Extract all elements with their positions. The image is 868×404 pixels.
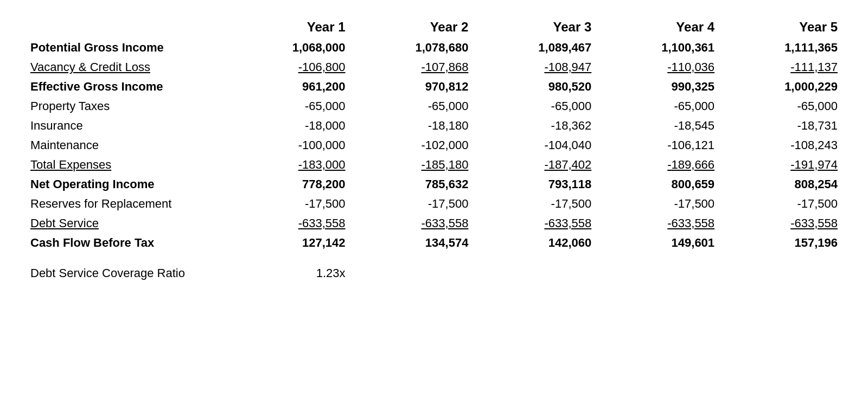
value-net-operating-income-year3: 793,118: [477, 175, 600, 194]
dscr-empty-1: [477, 264, 600, 283]
value-potential-gross-income-year4: 1,100,361: [600, 38, 723, 57]
value-vacancy-credit-loss-year1: -106,800: [231, 57, 354, 77]
value-net-operating-income-year2: 785,632: [354, 175, 477, 194]
spacer-row: [22, 253, 846, 264]
value-total-expenses-year1: -183,000: [231, 155, 354, 175]
value-cash-flow-before-tax-year3: 142,060: [477, 233, 600, 253]
value-potential-gross-income-year2: 1,078,680: [354, 38, 477, 57]
value-total-expenses-year5: -191,974: [723, 155, 846, 175]
value-vacancy-credit-loss-year4: -110,036: [600, 57, 723, 77]
dscr-row: Debt Service Coverage Ratio1.23x: [22, 264, 846, 283]
label-property-taxes: Property Taxes: [22, 97, 231, 116]
value-insurance-year4: -18,545: [600, 116, 723, 136]
header-row: Year 1 Year 2 Year 3 Year 4 Year 5: [22, 16, 846, 38]
value-cash-flow-before-tax-year5: 157,196: [723, 233, 846, 253]
label-effective-gross-income: Effective Gross Income: [22, 77, 231, 97]
value-maintenance-year5: -108,243: [723, 136, 846, 155]
value-reserves-for-replacement-year4: -17,500: [600, 194, 723, 214]
value-reserves-for-replacement-year3: -17,500: [477, 194, 600, 214]
label-total-expenses: Total Expenses: [22, 155, 231, 175]
value-debt-service-year5: -633,558: [723, 214, 846, 233]
value-debt-service-year2: -633,558: [354, 214, 477, 233]
value-potential-gross-income-year5: 1,111,365: [723, 38, 846, 57]
value-cash-flow-before-tax-year1: 127,142: [231, 233, 354, 253]
value-cash-flow-before-tax-year4: 149,601: [600, 233, 723, 253]
dscr-empty-2: [600, 264, 723, 283]
value-maintenance-year3: -104,040: [477, 136, 600, 155]
value-reserves-for-replacement-year2: -17,500: [354, 194, 477, 214]
value-vacancy-credit-loss-year5: -111,137: [723, 57, 846, 77]
value-effective-gross-income-year4: 990,325: [600, 77, 723, 97]
value-maintenance-year1: -100,000: [231, 136, 354, 155]
row-potential-gross-income: Potential Gross Income1,068,0001,078,680…: [22, 38, 846, 57]
value-reserves-for-replacement-year5: -17,500: [723, 194, 846, 214]
label-net-operating-income: Net Operating Income: [22, 175, 231, 194]
value-property-taxes-year5: -65,000: [723, 97, 846, 116]
label-reserves-for-replacement: Reserves for Replacement: [22, 194, 231, 214]
value-effective-gross-income-year1: 961,200: [231, 77, 354, 97]
row-vacancy-credit-loss: Vacancy & Credit Loss-106,800-107,868-10…: [22, 57, 846, 77]
value-maintenance-year4: -106,121: [600, 136, 723, 155]
value-maintenance-year2: -102,000: [354, 136, 477, 155]
value-total-expenses-year2: -185,180: [354, 155, 477, 175]
value-insurance-year2: -18,180: [354, 116, 477, 136]
row-reserves-for-replacement: Reserves for Replacement-17,500-17,500-1…: [22, 194, 846, 214]
header-year4: Year 4: [600, 16, 723, 38]
value-net-operating-income-year4: 800,659: [600, 175, 723, 194]
header-year2: Year 2: [354, 16, 477, 38]
value-cash-flow-before-tax-year2: 134,574: [354, 233, 477, 253]
value-net-operating-income-year5: 808,254: [723, 175, 846, 194]
dscr-empty-0: [354, 264, 477, 283]
value-debt-service-year3: -633,558: [477, 214, 600, 233]
value-net-operating-income-year1: 778,200: [231, 175, 354, 194]
label-maintenance: Maintenance: [22, 136, 231, 155]
dscr-value: 1.23x: [231, 264, 354, 283]
row-property-taxes: Property Taxes-65,000-65,000-65,000-65,0…: [22, 97, 846, 116]
value-property-taxes-year3: -65,000: [477, 97, 600, 116]
value-insurance-year5: -18,731: [723, 116, 846, 136]
row-net-operating-income: Net Operating Income778,200785,632793,11…: [22, 175, 846, 194]
label-potential-gross-income: Potential Gross Income: [22, 38, 231, 57]
header-label-col: [22, 16, 231, 38]
financial-table: Year 1 Year 2 Year 3 Year 4 Year 5 Poten…: [22, 16, 846, 283]
label-insurance: Insurance: [22, 116, 231, 136]
value-debt-service-year1: -633,558: [231, 214, 354, 233]
value-debt-service-year4: -633,558: [600, 214, 723, 233]
label-cash-flow-before-tax: Cash Flow Before Tax: [22, 233, 231, 253]
header-year5: Year 5: [723, 16, 846, 38]
dscr-label: Debt Service Coverage Ratio: [22, 264, 231, 283]
value-insurance-year1: -18,000: [231, 116, 354, 136]
row-total-expenses: Total Expenses-183,000-185,180-187,402-1…: [22, 155, 846, 175]
value-potential-gross-income-year1: 1,068,000: [231, 38, 354, 57]
value-potential-gross-income-year3: 1,089,467: [477, 38, 600, 57]
row-effective-gross-income: Effective Gross Income961,200970,812980,…: [22, 77, 846, 97]
value-total-expenses-year4: -189,666: [600, 155, 723, 175]
label-debt-service: Debt Service: [22, 214, 231, 233]
header-year3: Year 3: [477, 16, 600, 38]
value-effective-gross-income-year5: 1,000,229: [723, 77, 846, 97]
value-property-taxes-year4: -65,000: [600, 97, 723, 116]
label-vacancy-credit-loss: Vacancy & Credit Loss: [22, 57, 231, 77]
header-year1: Year 1: [231, 16, 354, 38]
value-effective-gross-income-year2: 970,812: [354, 77, 477, 97]
value-property-taxes-year1: -65,000: [231, 97, 354, 116]
row-maintenance: Maintenance-100,000-102,000-104,040-106,…: [22, 136, 846, 155]
row-debt-service: Debt Service-633,558-633,558-633,558-633…: [22, 214, 846, 233]
value-vacancy-credit-loss-year3: -108,947: [477, 57, 600, 77]
value-reserves-for-replacement-year1: -17,500: [231, 194, 354, 214]
value-vacancy-credit-loss-year2: -107,868: [354, 57, 477, 77]
value-insurance-year3: -18,362: [477, 116, 600, 136]
value-effective-gross-income-year3: 980,520: [477, 77, 600, 97]
value-total-expenses-year3: -187,402: [477, 155, 600, 175]
row-insurance: Insurance-18,000-18,180-18,362-18,545-18…: [22, 116, 846, 136]
row-cash-flow-before-tax: Cash Flow Before Tax127,142134,574142,06…: [22, 233, 846, 253]
value-property-taxes-year2: -65,000: [354, 97, 477, 116]
dscr-empty-3: [723, 264, 846, 283]
